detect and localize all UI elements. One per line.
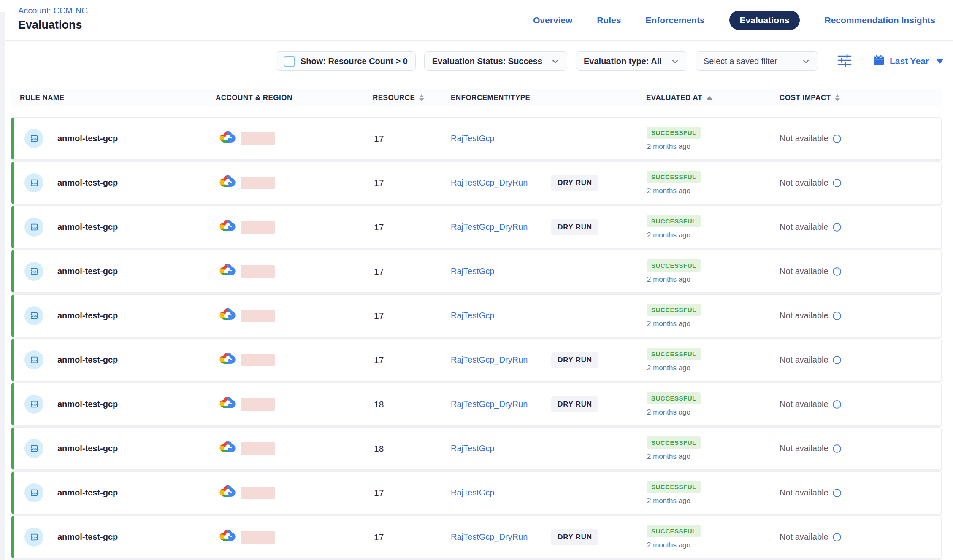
gcp-logo-icon <box>219 352 237 368</box>
evaluation-type-dropdown[interactable]: Evaluation type: All <box>576 51 687 71</box>
enforcement-link[interactable]: RajTestGcp <box>451 267 494 276</box>
rule-name: anmol-test-gcp <box>57 134 118 143</box>
table-row[interactable]: </> anmol-test-gcp <box>11 250 942 293</box>
rule-icon: </> <box>24 262 43 281</box>
info-icon[interactable] <box>832 400 842 409</box>
table-row[interactable]: </> anmol-test-gcp <box>11 162 942 204</box>
account-region-cell <box>216 175 373 191</box>
saved-filter-dropdown[interactable]: Select a saved filter <box>696 51 818 71</box>
evaluated-at-cell: SUCCESSFUL 2 months ago <box>646 215 780 240</box>
date-range-picker[interactable]: Last Year <box>872 54 943 69</box>
evaluated-at-cell: SUCCESSFUL 2 months ago <box>646 525 780 549</box>
table-row[interactable]: </> anmol-test-gcp <box>11 427 942 470</box>
evaluated-time: 2 months ago <box>647 143 690 151</box>
account-region-cell <box>216 263 373 280</box>
account-region-cell <box>216 307 373 324</box>
table-row[interactable]: </> anmol-test-gcp <box>11 117 942 160</box>
nav-item-overview[interactable]: Overview <box>533 15 572 25</box>
info-icon[interactable] <box>832 355 842 365</box>
breadcrumb[interactable]: Account: CCM-NG <box>18 6 88 16</box>
nav-item-recommendation-insights[interactable]: Recommendation Insights <box>824 15 935 25</box>
enforcement-cell: RajTestGcp_DryRun DRY RUN <box>451 396 646 412</box>
column-header-label: RESOURCE <box>373 94 415 102</box>
gcp-logo-icon <box>219 130 237 147</box>
info-icon[interactable] <box>832 444 842 453</box>
evaluation-status-dropdown[interactable]: Evaluation Status: Success <box>424 51 567 71</box>
sort-icon[interactable] <box>419 94 424 101</box>
svg-text:</>: </> <box>32 270 37 274</box>
cost-impact-value: Not available <box>780 311 828 320</box>
nav-item-enforcements[interactable]: Enforcements <box>646 15 705 25</box>
column-header[interactable]: EVALUATED AT <box>646 94 780 102</box>
cost-impact-value: Not available <box>780 399 828 409</box>
account-name-redacted <box>241 354 275 366</box>
nav-item-evaluations[interactable]: Evaluations <box>729 11 800 30</box>
column-header: ENFORCEMENT/TYPE <box>451 94 646 102</box>
sort-icon[interactable] <box>835 94 840 101</box>
show-resource-count-filter[interactable]: Show: Resource Count > 0 <box>276 51 416 71</box>
svg-text:</>: </> <box>32 403 37 407</box>
cost-impact-cell: Not available <box>780 399 941 409</box>
evaluated-time: 2 months ago <box>647 452 690 461</box>
gcp-logo-icon <box>219 263 237 280</box>
column-header[interactable]: RESOURCE <box>373 94 451 102</box>
evaluated-time: 2 months ago <box>647 187 690 195</box>
enforcement-link[interactable]: RajTestGcp <box>451 134 494 143</box>
dry-run-badge: DRY RUN <box>551 175 598 191</box>
enforcement-link[interactable]: RajTestGcp_DryRun <box>451 178 528 188</box>
account-name-redacted <box>241 310 275 322</box>
enforcement-link[interactable]: RajTestGcp <box>451 311 494 320</box>
enforcement-cell: RajTestGcp_DryRun DRY RUN <box>451 219 646 235</box>
info-icon[interactable] <box>832 311 842 320</box>
svg-text:</>: </> <box>32 492 37 495</box>
resource-count: 17 <box>373 222 451 232</box>
enforcement-link[interactable]: RajTestGcp_DryRun <box>451 355 528 365</box>
enforcement-link[interactable]: RajTestGcp <box>451 444 494 453</box>
saved-filter-placeholder: Select a saved filter <box>704 57 777 66</box>
info-icon[interactable] <box>832 267 842 276</box>
column-header: ACCOUNT & REGION <box>216 94 373 102</box>
cost-impact-cell: Not available <box>780 178 941 188</box>
column-header[interactable]: COST IMPACT <box>780 94 942 102</box>
info-icon[interactable] <box>832 223 842 232</box>
nav-item-rules[interactable]: Rules <box>597 15 621 25</box>
rule-name-cell: </> anmol-test-gcp <box>14 173 216 192</box>
info-icon[interactable] <box>832 178 842 188</box>
enforcement-cell: RajTestGcp <box>451 134 646 143</box>
enforcement-link[interactable]: RajTestGcp_DryRun <box>451 222 528 232</box>
cost-impact-cell: Not available <box>780 532 941 542</box>
evaluated-time: 2 months ago <box>647 497 690 505</box>
table-row[interactable]: </> anmol-test-gcp <box>11 383 942 425</box>
sort-ascending-icon[interactable] <box>707 96 712 100</box>
resource-count: 17 <box>373 134 451 144</box>
rule-icon: </> <box>24 483 43 502</box>
table-row[interactable]: </> anmol-test-gcp <box>11 471 942 514</box>
table-row[interactable]: </> anmol-test-gcp <box>11 206 942 248</box>
evaluated-at-cell: SUCCESSFUL 2 months ago <box>646 304 780 328</box>
enforcement-link[interactable]: RajTestGcp <box>451 488 494 498</box>
dry-run-badge: DRY RUN <box>551 529 598 545</box>
resource-count-checkbox[interactable] <box>284 56 295 67</box>
table-row[interactable]: </> anmol-test-gcp <box>11 516 942 558</box>
info-icon[interactable] <box>832 488 842 498</box>
chevron-down-icon <box>551 57 559 65</box>
enforcement-link[interactable]: RajTestGcp_DryRun <box>451 532 528 542</box>
cost-impact-cell: Not available <box>780 267 941 276</box>
rule-icon: </> <box>24 129 43 148</box>
filter-settings-button[interactable] <box>836 51 853 71</box>
cost-impact-value: Not available <box>780 178 828 188</box>
resource-count: 17 <box>373 355 451 365</box>
column-header-label: ENFORCEMENT/TYPE <box>451 94 530 102</box>
table-row[interactable]: </> anmol-test-gcp <box>11 339 942 381</box>
enforcement-link[interactable]: RajTestGcp_DryRun <box>451 399 528 409</box>
info-icon[interactable] <box>832 533 842 542</box>
rule-name: anmol-test-gcp <box>57 178 118 188</box>
account-region-cell <box>216 396 373 412</box>
table-row[interactable]: </> anmol-test-gcp <box>11 294 942 337</box>
status-badge: SUCCESSFUL <box>647 436 701 449</box>
rule-name-cell: </> anmol-test-gcp <box>14 528 216 547</box>
rule-icon: </> <box>24 218 43 237</box>
status-badge: SUCCESSFUL <box>647 392 701 404</box>
info-icon[interactable] <box>832 134 842 143</box>
enforcement-cell: RajTestGcp <box>451 444 646 453</box>
